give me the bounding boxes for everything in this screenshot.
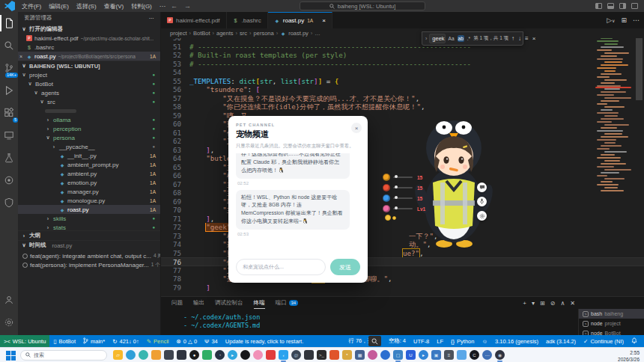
taskbar-app-orange-app[interactable] (329, 350, 339, 360)
tree-item-persona[interactable]: ∨persona● (18, 133, 160, 142)
timeline-commit-row[interactable]: feat(agent): integrate ambient chat, out… (18, 251, 160, 260)
status-item-git-sync[interactable]: ↻421↓ 0↑ (109, 335, 143, 347)
send-button[interactable]: 发送 (330, 259, 360, 275)
tab-hakimi-effect.pdf[interactable]: Phakimi-effect.pdf (161, 12, 227, 28)
search-icon[interactable] (0, 34, 18, 57)
split-editor-icon[interactable]: ⊞ (621, 16, 627, 24)
menu-item[interactable]: 查看(V) (100, 3, 128, 10)
find-in-selection-icon[interactable]: ≡ (524, 35, 529, 42)
start-button[interactable] (6, 350, 16, 360)
breadcrumb-item[interactable]: agents (216, 30, 234, 37)
tab-.bashrc[interactable]: $.bashrc (227, 12, 268, 28)
shield-icon[interactable] (0, 191, 18, 214)
open-editors-header[interactable]: ∨ 打开的编辑器 (18, 24, 160, 34)
find-expand-chevron[interactable]: › (425, 36, 427, 41)
toggle-secondary-sidebar-icon[interactable] (619, 3, 626, 9)
menu-item[interactable]: 文件(F) (18, 3, 45, 10)
menu-item[interactable]: 转到(G) (127, 3, 156, 10)
menu-item[interactable]: 选择(S) (73, 3, 100, 10)
tree-item-roast.py[interactable]: ◆roast.py1A (18, 205, 160, 214)
open-editor-row[interactable]: $.bashrc (18, 43, 160, 52)
sidebar-more-actions-icon[interactable]: ⋯ (149, 15, 155, 22)
tree-item-skills[interactable]: ›skills● (18, 214, 160, 223)
tree-item-monologue.py[interactable]: ◆monologue.py1A (18, 196, 160, 205)
status-item-update-ready[interactable]: Update is ready, click to restart. (222, 335, 307, 347)
panel-tab-问题[interactable]: 问题 (171, 297, 183, 309)
taskbar-app-clock-app[interactable]: ◔ (215, 350, 225, 360)
status-item-eol[interactable]: LF (433, 335, 447, 347)
toggle-panel-icon[interactable] (607, 3, 614, 9)
whole-word-toggle[interactable]: ab (458, 35, 464, 42)
find-input[interactable]: geek (429, 34, 445, 43)
magnifier-overlay[interactable] (368, 336, 381, 346)
tree-item-src[interactable]: ∨src● (18, 97, 160, 106)
popup-close-icon[interactable]: × (351, 123, 362, 133)
find-previous-icon[interactable]: ↑ (511, 35, 515, 42)
explorer-icon[interactable] (0, 12, 18, 34)
tab-roast.py[interactable]: ◆roast.py1A× (268, 12, 332, 28)
taskbar-app-browser-swirl[interactable]: @ (291, 350, 301, 360)
pet-settings-button[interactable] (477, 211, 487, 221)
customize-layout-icon[interactable] (631, 3, 638, 9)
tree-item-emotion.py[interactable]: ◆emotion.py1A (18, 178, 160, 187)
breadcrumb-item[interactable]: persona (254, 30, 274, 37)
extensions-icon[interactable]: 5 (0, 102, 18, 124)
status-item-workspace-device[interactable]: ▯BotBot (49, 335, 79, 347)
tree-item-hidden[interactable] (18, 106, 160, 115)
nav-arrows[interactable]: ← → (171, 0, 191, 12)
stat-slider[interactable] (393, 197, 413, 199)
tab-close-icon[interactable]: × (322, 17, 326, 24)
stat-slider[interactable] (393, 187, 413, 188)
run-python-icon[interactable]: ▷∨ (607, 16, 615, 24)
outline-header[interactable]: › 大纲 (18, 230, 160, 240)
taskbar-app-edge-browser[interactable] (126, 350, 136, 360)
taskbar-app-app-dark-2[interactable] (177, 350, 186, 360)
run-debug-icon[interactable] (0, 79, 18, 102)
taskbar-search[interactable]: 搜索 (20, 350, 107, 361)
taskbar-app-terminal-app[interactable]: >_ (317, 350, 326, 360)
stat-icon-hunger[interactable] (383, 174, 390, 181)
breadcrumb-item[interactable]: BotBot (193, 30, 210, 37)
taskbar-app-file-explorer[interactable]: ▱ (113, 350, 123, 360)
taskbar-app-cloud-app[interactable] (457, 350, 467, 360)
forward-arrow-icon[interactable]: → (184, 2, 191, 10)
menu-item[interactable]: 编辑(E) (45, 3, 73, 10)
status-item-ports-forwarded[interactable]: Ψ34 (201, 335, 222, 347)
taskbar-app-everything-search[interactable] (151, 350, 161, 360)
tree-item-manager.py[interactable]: ◆manager.py1A (18, 187, 160, 196)
status-item-problems[interactable]: ⊗0 △ 0 (173, 335, 201, 347)
tree-item-agents[interactable]: ∨agents● (18, 88, 160, 97)
minimap[interactable] (595, 31, 631, 278)
taskbar-app-wechat[interactable] (202, 350, 212, 360)
more-actions-icon[interactable]: ⋯ (633, 16, 640, 24)
taskbar-app-app-dark-4[interactable] (304, 350, 314, 360)
panel-action-icon[interactable]: ✕ (570, 300, 575, 307)
taskbar-app-red-app[interactable] (266, 350, 276, 360)
stat-icon-energy[interactable] (383, 194, 390, 202)
stat-icon-level[interactable] (383, 205, 390, 212)
status-item-feedback-smiley[interactable]: ☺ (478, 335, 491, 347)
terminal-session-row[interactable]: >nodeproject (579, 319, 644, 328)
taskbar-app-calculator[interactable]: ▦ (355, 350, 365, 360)
taskbar-app-window-app[interactable]: ▢ (393, 350, 403, 360)
taskbar-app-app-dark-1[interactable] (164, 350, 174, 360)
ai-assistant-icon[interactable] (0, 169, 18, 191)
panel-tab-输出[interactable]: 输出 (193, 297, 204, 309)
tree-item-perception[interactable]: ›perception● (18, 124, 160, 133)
tree-item-__init__.py[interactable]: ◆__init__.py1A (18, 151, 160, 160)
breadcrumb-item[interactable]: project (170, 30, 187, 37)
timeline-header[interactable]: ∨ 时间线 roast.py (18, 240, 160, 250)
testing-icon[interactable] (0, 147, 18, 169)
panel-tab-端口[interactable]: 端口34 (276, 297, 299, 309)
breadcrumb-item[interactable]: … (315, 30, 321, 37)
taskbar-app-dev-browser[interactable] (139, 350, 148, 360)
stat-icon-mood[interactable] (383, 184, 390, 191)
find-next-icon[interactable]: ↓ (517, 35, 522, 42)
status-item-pencil-extension[interactable]: ✎Pencil (143, 335, 173, 347)
panel-action-icon[interactable]: ⊞ (540, 300, 545, 307)
taskbar-clock[interactable]: 2:55 2026/3/26 (618, 349, 640, 362)
tree-item-ambient_prompt.py[interactable]: ◆ambient_prompt.py1A (18, 160, 160, 169)
taskbar-app-player-app[interactable]: ▸ (419, 350, 428, 360)
status-item-continue-extension[interactable]: ✓Continue (NI) (580, 335, 628, 347)
taskbar-app-telegram[interactable]: ▸ (228, 350, 237, 360)
